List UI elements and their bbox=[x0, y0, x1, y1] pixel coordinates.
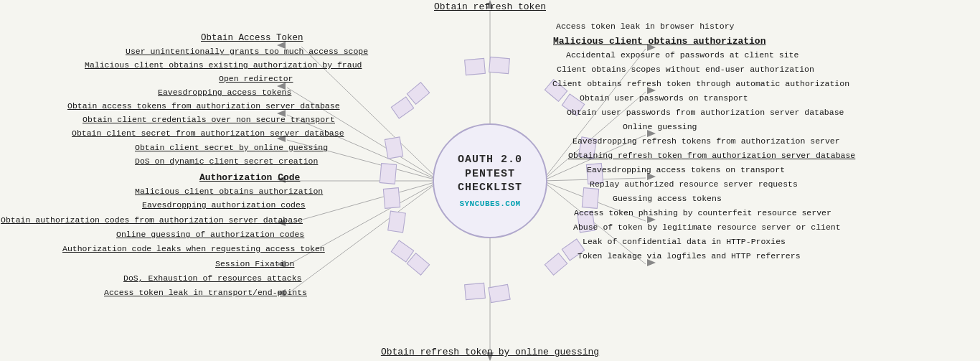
left-item-18: DoS, Exhaustion of resources attacks bbox=[123, 273, 301, 283]
right-item-9: Eavesdropping refresh tokens from author… bbox=[573, 136, 840, 146]
left-item-17: Session Fixation bbox=[215, 259, 294, 268]
right-item-5: Client obtains refresh token through aut… bbox=[552, 79, 849, 88]
mind-map: OAUTH 2.0 PENTEST CHECKLIST SYNCUBES.COM… bbox=[0, 0, 980, 361]
left-item-6: Obtain access tokens from authorization … bbox=[67, 101, 340, 111]
left-item-16: Authorization code leaks when requesting… bbox=[62, 244, 325, 253]
right-item-1: Access token leak in browser history bbox=[556, 22, 734, 31]
deco-rect-left3 bbox=[383, 187, 400, 209]
left-item-2: User unintentionally grants too much acc… bbox=[126, 47, 368, 56]
left-item-10: DoS on dynamic client secret creation bbox=[135, 156, 318, 166]
deco-rect-top1 bbox=[464, 58, 486, 75]
deco-rect-bot2 bbox=[488, 284, 510, 304]
deco-rect-br1 bbox=[545, 253, 568, 276]
right-item-7: Obtain user passwords from authorization… bbox=[567, 108, 844, 117]
deco-rect-bot1 bbox=[464, 283, 486, 300]
right-item-8: Online guessing bbox=[623, 122, 697, 131]
deco-rect-right3 bbox=[582, 187, 599, 209]
right-item-6: Obtain user passwords on transport bbox=[580, 93, 748, 103]
left-item-1: Obtain Access Token bbox=[201, 33, 303, 43]
left-item-14: Obtain authorization codes from authoriz… bbox=[1, 215, 303, 225]
deco-rect-left4 bbox=[387, 211, 406, 233]
right-item-2: Malicious client obtains authorization bbox=[553, 36, 765, 47]
right-item-10: Obtaining refresh token from authorizati… bbox=[568, 151, 855, 160]
left-item-7: Obtain client credentials over non secur… bbox=[83, 115, 335, 124]
left-item-9: Obtain client secret by online guessing bbox=[135, 143, 328, 152]
left-item-12: Malicious client obtains authorization bbox=[135, 187, 323, 196]
right-item-13: Guessing access tokens bbox=[613, 194, 722, 203]
right-item-3: Accidental exposure of passwords at clie… bbox=[566, 50, 798, 60]
right-item-12: Replay authorized resource server reques… bbox=[590, 179, 798, 189]
left-item-3: Malicious client obtains existing author… bbox=[85, 60, 362, 70]
left-item-4: Open redirector bbox=[219, 74, 293, 83]
left-item-5: Eavesdropping access tokens bbox=[158, 88, 291, 97]
center-subtitle: SYNCUBES.COM bbox=[459, 200, 520, 208]
center-title: OAUTH 2.0 PENTEST CHECKLIST bbox=[434, 153, 546, 195]
right-item-15: Abuse of token by legitimate resource se… bbox=[573, 222, 841, 232]
left-item-8: Obtain client secret from authorization … bbox=[72, 128, 344, 138]
right-item-14: Access token phishing by counterfeit res… bbox=[574, 208, 831, 217]
deco-rect-top2 bbox=[489, 57, 510, 74]
deco-rect-left2 bbox=[380, 163, 397, 184]
right-item-16: Leak of confidential data in HTTP-Proxie… bbox=[583, 237, 786, 246]
left-item-15: Online guessing of authorization codes bbox=[116, 230, 304, 239]
top-center-label: Obtain refresh token bbox=[434, 1, 546, 12]
right-item-4: Client obtains scopes without end-user a… bbox=[557, 65, 814, 74]
svg-line-7 bbox=[287, 181, 440, 294]
deco-rect-left1 bbox=[385, 136, 404, 159]
deco-rect-tl2 bbox=[391, 96, 415, 118]
right-item-11: Eavesdropping access tokens on transport bbox=[587, 165, 785, 174]
deco-rect-tl1 bbox=[407, 82, 430, 105]
left-item-19: Access token leak in transport/end-point… bbox=[104, 288, 307, 297]
bottom-center-label: Obtain refresh token by online guessing bbox=[381, 347, 599, 357]
center-node: OAUTH 2.0 PENTEST CHECKLIST SYNCUBES.COM bbox=[433, 123, 547, 238]
left-item-11: Authorization Code bbox=[199, 172, 300, 183]
left-item-13: Eavesdropping authorization codes bbox=[142, 200, 306, 210]
right-item-17: Token leakage via logfiles and HTTP refe… bbox=[578, 251, 801, 261]
